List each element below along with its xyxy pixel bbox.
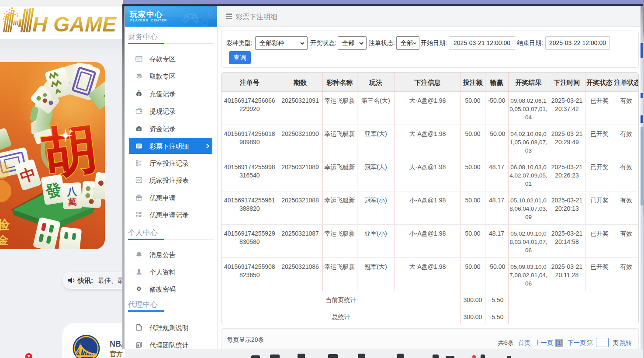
svg-text:金: 金 (0, 233, 9, 247)
svg-text:验: 验 (0, 217, 10, 232)
svg-text:八: 八 (66, 185, 77, 197)
svg-text:萬: 萬 (68, 197, 77, 207)
svg-text:胡: 胡 (39, 118, 100, 184)
